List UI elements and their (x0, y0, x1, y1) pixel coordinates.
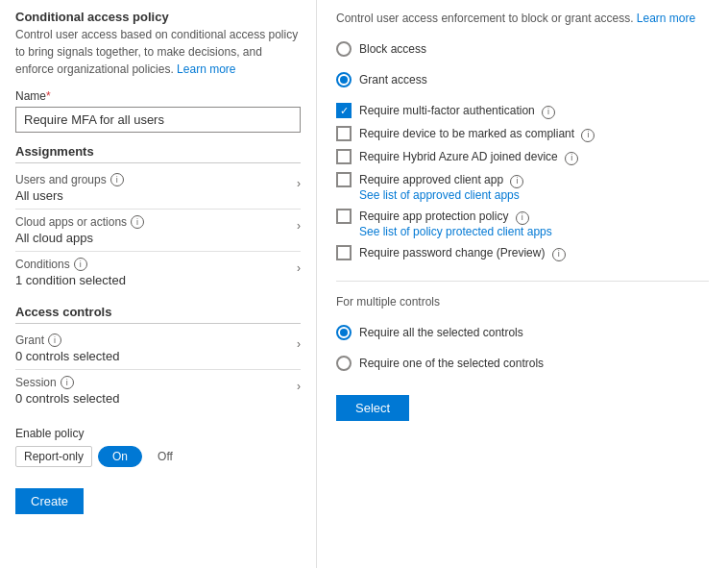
grant-access-label: Grant access (359, 71, 427, 88)
app-protection-link[interactable]: See list of policy protected client apps (359, 225, 552, 238)
session-chevron-icon: › (297, 380, 301, 393)
toggle-row: Report-only On Off (15, 446, 301, 467)
checkbox-approved-app[interactable] (336, 172, 352, 187)
approved-app-link[interactable]: See list of approved client apps (359, 188, 523, 202)
approved-app-info-icon[interactable]: i (510, 175, 523, 188)
on-toggle-button[interactable]: On (98, 446, 142, 467)
require-one-radio-row[interactable]: Require one of the selected controls (336, 355, 709, 372)
conditions-chevron-icon: › (297, 261, 301, 275)
divider (336, 281, 709, 282)
checkbox-hybrid[interactable] (336, 149, 352, 164)
grant-access-radio[interactable] (336, 72, 352, 87)
grant-chevron-icon: › (297, 337, 301, 351)
access-controls-title: Access controls (15, 305, 301, 324)
users-chevron-icon: › (297, 177, 301, 190)
require-all-label: Require all the selected controls (359, 324, 523, 341)
checkbox-row-compliant: Require device to be marked as compliant… (336, 125, 709, 142)
assignment-row-conditions[interactable]: Conditions i 1 condition selected › (15, 252, 301, 293)
cloud-apps-chevron-icon: › (297, 219, 301, 233)
name-field-label: Name* (15, 89, 301, 103)
checkbox-row-app-protection: Require app protection policy i See list… (336, 208, 709, 238)
checkbox-app-protection[interactable] (336, 209, 352, 224)
users-info-icon[interactable]: i (110, 173, 124, 186)
cloud-apps-info-icon[interactable]: i (131, 215, 144, 229)
assignments-title: Assignments (15, 144, 301, 163)
block-access-radio-row[interactable]: Block access (336, 40, 709, 58)
checkbox-mfa[interactable] (336, 103, 352, 118)
access-control-row-grant[interactable]: Grant i 0 controls selected › (15, 328, 301, 370)
block-access-label: Block access (359, 40, 426, 58)
mfa-info-icon[interactable]: i (542, 106, 555, 119)
enable-policy-section: Enable policy Report-only On Off (15, 427, 301, 467)
for-multiple-label: For multiple controls (336, 295, 709, 309)
app-protection-info-icon[interactable]: i (516, 211, 529, 225)
require-one-radio[interactable] (336, 356, 352, 371)
report-only-button[interactable]: Report-only (15, 446, 92, 467)
right-description: Control user access enforcement to block… (336, 10, 709, 27)
access-controls-section: Access controls Grant i 0 controls selec… (15, 305, 301, 411)
panel-title: Conditional access policy (15, 10, 301, 24)
checkbox-row-mfa: Require multi-factor authentication i (336, 102, 709, 119)
checkboxes-list: Require multi-factor authentication i Re… (336, 102, 709, 267)
select-button[interactable]: Select (336, 395, 409, 421)
off-toggle-button[interactable]: Off (148, 447, 182, 466)
checkbox-row-hybrid: Require Hybrid Azure AD joined device i (336, 148, 709, 165)
checkbox-row-password-change: Require password change (Preview) i (336, 244, 709, 261)
block-access-radio[interactable] (336, 41, 352, 57)
panel-description: Control user access based on conditional… (15, 26, 301, 78)
create-button[interactable]: Create (15, 488, 84, 514)
left-panel: Conditional access policy Control user a… (0, 0, 317, 568)
require-one-label: Require one of the selected controls (359, 355, 544, 372)
grant-access-radio-row[interactable]: Grant access (336, 71, 709, 88)
access-control-row-session[interactable]: Session i 0 controls selected › (15, 370, 301, 411)
password-change-info-icon[interactable]: i (552, 248, 566, 261)
assignment-row-users[interactable]: Users and groups i All users › (15, 167, 301, 210)
checkbox-row-approved-app: Require approved client app i See list o… (336, 171, 709, 202)
learn-more-left-link[interactable]: Learn more (177, 62, 235, 76)
hybrid-info-icon[interactable]: i (565, 152, 578, 165)
require-all-radio-row[interactable]: Require all the selected controls (336, 324, 709, 341)
assignments-section: Assignments Users and groups i All users… (15, 144, 301, 293)
checkbox-compliant[interactable] (336, 126, 352, 141)
right-panel: Control user access enforcement to block… (317, 0, 728, 568)
compliant-info-icon[interactable]: i (581, 129, 595, 142)
name-input[interactable] (15, 107, 301, 133)
conditions-info-icon[interactable]: i (74, 258, 87, 271)
enable-policy-label: Enable policy (15, 427, 301, 440)
checkbox-password-change[interactable] (336, 245, 352, 260)
assignment-row-cloud-apps[interactable]: Cloud apps or actions i All cloud apps › (15, 210, 301, 252)
session-info-icon[interactable]: i (61, 376, 74, 389)
require-all-radio[interactable] (336, 325, 352, 340)
grant-info-icon[interactable]: i (48, 333, 61, 347)
learn-more-right-link[interactable]: Learn more (637, 12, 695, 25)
